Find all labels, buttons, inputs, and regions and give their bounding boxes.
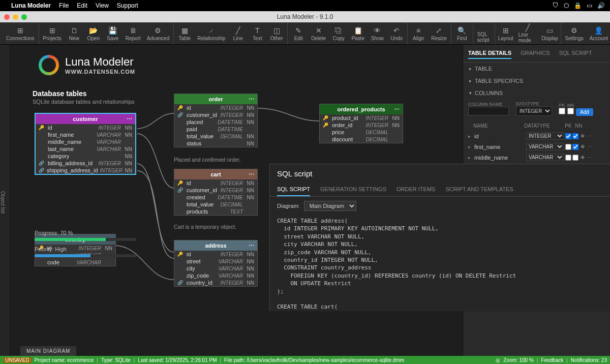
col-type-select[interactable]: INTEGER [526,132,564,140]
col-pk-checkbox[interactable] [565,155,571,161]
toolbar-open-button[interactable]: 📂Open [84,23,103,44]
toolbar-projects-button[interactable]: ⊞Projects [40,23,65,44]
table-column-row[interactable]: 🔗billing_address_idINTEGERNN [36,160,135,167]
table-more-icon[interactable]: ⋯ [249,96,254,103]
minimize-window-button[interactable] [13,14,18,20]
table-ordered_products[interactable]: ordered_products⋯🔑product_idINTEGERNN🔑or… [319,104,403,143]
column-name-input[interactable] [468,107,509,115]
toolbar-text-button[interactable]: TText [248,23,267,44]
section-table-specifics[interactable]: ▸TABLE SPECIFICS [463,75,610,87]
toolbar-account-button[interactable]: 👤Account [587,23,610,44]
table-column-row[interactable]: createdDATETIMENN [174,194,257,201]
toolbar-settings-button[interactable]: ⚙Settings [562,23,587,44]
volume-icon[interactable]: 🔊 [597,2,605,9]
toolbar-line-mode-button[interactable]: ╱Line mode [515,23,540,44]
toolbar-line-button[interactable]: ╱Line [228,23,248,44]
table-column-row[interactable]: 🔑idINTEGERNN [174,104,257,111]
menu-file[interactable]: File [59,2,69,9]
toolbar-display-button[interactable]: ▭Display [540,23,560,44]
menu-edit[interactable]: Edit [77,2,87,9]
toolbar-other-button[interactable]: ◫Other [267,23,286,44]
toolbar-paste-button[interactable]: 📋Paste [348,23,368,44]
column-row-first_name[interactable]: ▸first_nameVARCHAR✥⋯ [463,141,610,152]
close-window-button[interactable] [4,14,10,20]
table-more-icon[interactable]: ⋯ [249,171,254,178]
table-column-row[interactable]: productsTEXT [174,208,257,215]
tab-sql-script[interactable]: SQL SCRIPT [559,48,592,59]
col-pk-checkbox[interactable] [565,144,571,150]
table-header[interactable]: customer⋯ [36,114,135,124]
toolbar-table-button[interactable]: ▦Table [175,23,194,44]
add-column-button[interactable]: Add [576,108,593,116]
toolbar-save-button[interactable]: 💾Save [103,23,123,44]
toolbar-resize-button[interactable]: ⤢Resize [428,23,450,44]
table-customer[interactable]: customer⋯🔑idINTEGERNNfirst_nameVARCHARNN… [35,113,136,175]
display-icon[interactable]: ▭ [587,2,592,9]
sql-code-view[interactable]: CREATE TABLE address( id INTEGER PRIMARY… [270,215,610,311]
sql-tab-generation[interactable]: GENERATION SETTINGS [320,183,386,196]
table-column-row[interactable]: total_valueDECIMALNN [174,133,257,140]
more-icon[interactable]: ⋯ [587,144,593,149]
diagram-tab-main[interactable]: MAIN DIAGRAM [20,346,76,356]
table-column-row[interactable]: 🔑product_idINTEGERNN [320,114,403,122]
menu-support[interactable]: Support [117,2,138,9]
sql-tab-order[interactable]: ORDER ITEMS [396,183,435,196]
table-column-row[interactable]: 🔗country_idINTEGERNN [174,279,257,286]
table-header[interactable]: ordered_products⋯ [320,104,403,114]
col-nn-checkbox[interactable] [572,144,578,150]
move-icon[interactable]: ✥ [580,155,586,160]
table-header[interactable]: cart⋯ [174,169,257,179]
menubar-appname[interactable]: Luna Modeler [11,2,51,9]
col-nn-checkbox[interactable] [572,133,578,139]
table-order[interactable]: order⋯🔑idINTEGERNN🔗customer_idINTEGERNNp… [174,94,258,147]
col-nn-checkbox[interactable] [572,155,578,161]
shield-icon[interactable]: ⛉ [553,2,559,9]
toolbar-align-button[interactable]: ≡Align [409,23,428,44]
table-column-row[interactable]: discountDECIMAL [320,136,403,143]
toolbar-advanced-button[interactable]: ⚙Advanced [144,23,172,44]
table-column-row[interactable]: placedDATETIMENN [174,118,257,126]
toolbar-find-button[interactable]: 🔍Find [452,23,472,44]
object-list-sidebar[interactable]: Object list [0,45,10,356]
table-column-row[interactable]: cityVARCHARNN [174,265,257,272]
target-icon[interactable]: ◎ [496,357,500,363]
toolbar-connections-button[interactable]: ⊞Connections [3,23,38,44]
table-more-icon[interactable]: ⋯ [394,106,400,113]
move-icon[interactable]: ✥ [580,144,586,149]
table-column-row[interactable]: 🔑idINTEGERNN [36,124,135,131]
table-cart[interactable]: cart⋯🔑idINTEGERNN🔗customer_idINTEGERNNcr… [174,169,258,216]
more-icon[interactable]: ⋯ [587,133,593,139]
toolbar-sql-script-button[interactable]: SQL script [474,23,494,44]
table-column-row[interactable]: middle_nameVARCHAR [36,138,135,145]
column-row-middle_name[interactable]: ▸middle_nameVARCHAR✥⋯ [463,152,610,163]
status-notifications[interactable]: Notifications: 23 [571,357,607,363]
table-more-icon[interactable]: ⋯ [249,242,254,249]
table-header[interactable]: order⋯ [174,94,257,104]
toolbar-new-button[interactable]: 🗋New [65,23,84,44]
table-column-row[interactable]: 🔗customer_idINTEGERNN [174,187,257,194]
col-pk-checkbox[interactable] [565,133,571,139]
tab-table-details[interactable]: TABLE DETAILS [468,48,511,59]
toolbar-report-button[interactable]: 🗎Report [123,23,144,44]
pk-checkbox[interactable] [559,108,565,114]
status-feedback[interactable]: Feedback [541,357,563,363]
table-address[interactable]: address⋯🔑idINTEGERNNstreetVARCHARNNcityV… [174,240,258,287]
status-zoom[interactable]: Zoom: 100 % [503,357,533,363]
diagram-select[interactable]: Main Diagram [304,201,356,211]
section-table[interactable]: ▸TABLE [463,63,610,75]
col-type-select[interactable]: VARCHAR [526,143,564,150]
datatype-select[interactable]: INTEGER [516,106,552,116]
sql-tab-templates[interactable]: SCRIPT AND TEMPLATES [445,183,513,196]
toolbar-relationship-button[interactable]: ⟋Relationship [194,23,228,44]
table-column-row[interactable]: priceDECIMAL [320,129,403,136]
column-row-id[interactable]: ▸idINTEGER✥⋯ [463,131,610,141]
more-icon[interactable]: ⋯ [587,155,593,160]
table-column-row[interactable]: zip_codeVARCHARNN [174,272,257,279]
table-column-row[interactable]: total_valueDECIMAL [174,201,257,208]
toolbar-delete-button[interactable]: ✕Delete [308,23,329,44]
table-more-icon[interactable]: ⋯ [127,116,132,123]
col-type-select[interactable]: VARCHAR [526,154,564,161]
toolbar-undo-button[interactable]: ↶Undo [387,23,406,44]
cube-icon[interactable]: ⬡ [564,2,569,9]
move-icon[interactable]: ✥ [580,133,586,139]
